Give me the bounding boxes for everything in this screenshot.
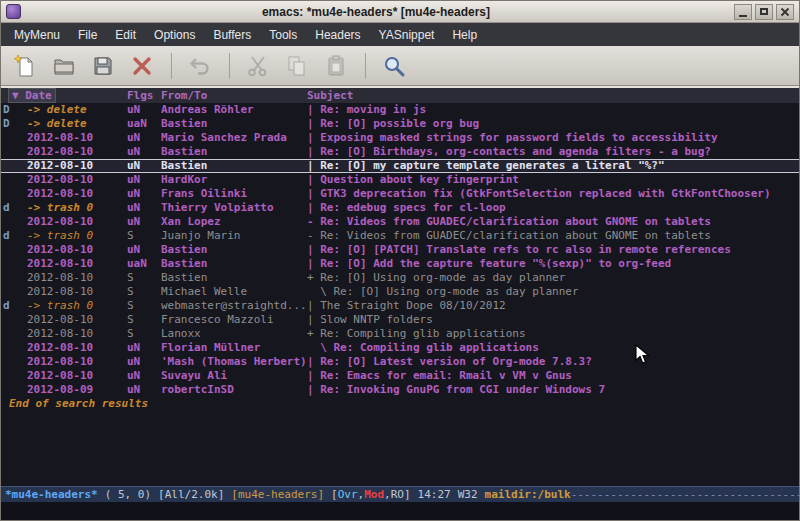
row-date: 2012-08-10 bbox=[27, 285, 127, 299]
modeline-buffer-name: *mu4e-headers* bbox=[5, 487, 98, 502]
row-subject: \ Re: [O] Using org-mode as day planner bbox=[307, 285, 799, 299]
row-mark bbox=[3, 131, 27, 145]
row-mark: d bbox=[3, 201, 27, 215]
message-row[interactable]: 2012-08-10 S Lanoxx + Re: Compiling glib… bbox=[1, 327, 799, 341]
menu-tools[interactable]: Tools bbox=[260, 25, 306, 45]
message-row[interactable]: D -> delete uN Andreas Röhler | Re: movi… bbox=[1, 103, 799, 117]
minimize-button[interactable] bbox=[734, 4, 752, 20]
modeline-status: [Ovr,Mod,RO] bbox=[331, 487, 411, 502]
message-row[interactable]: 2012-08-10 uN Florian Müllner \ Re: Comp… bbox=[1, 341, 799, 355]
search-button[interactable] bbox=[378, 50, 410, 82]
row-subject: | Re: Invoking GnuPG from CGI under Wind… bbox=[307, 383, 799, 397]
row-from: Andreas Röhler bbox=[161, 103, 307, 117]
message-row[interactable]: d -> trash 0 uN Thierry Volpiatto | Re: … bbox=[1, 201, 799, 215]
menu-file[interactable]: File bbox=[69, 25, 106, 45]
menu-buffers[interactable]: Buffers bbox=[204, 25, 260, 45]
scissors-icon bbox=[246, 54, 270, 78]
modeline-filler-dashes: ---------------------------------------- bbox=[571, 487, 799, 502]
message-row[interactable]: 2012-08-10 S Michael Welle \ Re: [O] Usi… bbox=[1, 285, 799, 299]
row-from: Bastien bbox=[161, 145, 307, 159]
emacs-window: emacs: *mu4e-headers* [mu4e-headers] MyM… bbox=[0, 0, 800, 521]
maximize-button[interactable] bbox=[755, 4, 773, 20]
menubar: MyMenu File Edit Options Buffers Tools H… bbox=[1, 23, 799, 46]
menu-edit[interactable]: Edit bbox=[106, 25, 145, 45]
row-subject: - Re: Videos from GUADEC/clarification a… bbox=[307, 229, 799, 243]
row-subject: | Re: [O] possible org bug bbox=[307, 117, 799, 131]
row-subject: | The Straight Dope 08/10/2012 bbox=[307, 299, 799, 313]
row-from: Michael Welle bbox=[161, 285, 307, 299]
message-row[interactable]: 2012-08-10 S Bastien + Re: [O] Using org… bbox=[1, 271, 799, 285]
row-from: 'Mash (Thomas Herbert) bbox=[161, 355, 307, 369]
row-date: 2012-08-09 bbox=[27, 383, 127, 397]
new-file-button[interactable] bbox=[9, 50, 41, 82]
row-mark: D bbox=[3, 103, 27, 117]
row-from: Bastien bbox=[161, 243, 307, 257]
row-mark bbox=[3, 341, 27, 355]
row-subject: | GTK3 deprecation fix (GtkFontSelection… bbox=[307, 187, 799, 201]
message-row[interactable]: 2012-08-10 uN Mario Sanchez Prada | Expo… bbox=[1, 131, 799, 145]
message-row[interactable]: 2012-08-10 uN Bastien | Re: [O] [PATCH] … bbox=[1, 243, 799, 257]
message-row[interactable]: 2012-08-10 uN Xan Lopez - Re: Videos fro… bbox=[1, 215, 799, 229]
modeline-modified-indicator: Mod bbox=[364, 488, 384, 501]
message-row[interactable]: 2012-08-10 uN Bastien | Re: [O] my captu… bbox=[1, 159, 799, 173]
message-row[interactable]: 2012-08-10 uN HardKor | Question about k… bbox=[1, 173, 799, 187]
row-date: 2012-08-10 bbox=[27, 369, 127, 383]
menu-headers[interactable]: Headers bbox=[306, 25, 369, 45]
row-subject: | Slow NNTP folders bbox=[307, 313, 799, 327]
save-buffer-button[interactable] bbox=[87, 50, 119, 82]
row-date: 2012-08-10 bbox=[27, 187, 127, 201]
row-flags: uaN bbox=[127, 257, 161, 271]
message-row[interactable]: 2012-08-10 uN Frans Oilinki | GTK3 depre… bbox=[1, 187, 799, 201]
row-from: Lanoxx bbox=[161, 327, 307, 341]
row-date: 2012-08-10 bbox=[27, 215, 127, 229]
menu-mymenu[interactable]: MyMenu bbox=[5, 25, 69, 45]
open-file-button[interactable] bbox=[48, 50, 80, 82]
menu-yasnippet[interactable]: YASnippet bbox=[370, 25, 444, 45]
modeline-readonly-indicator: ,RO] bbox=[384, 488, 411, 501]
column-date[interactable]: ▼ Date bbox=[3, 88, 127, 103]
message-row[interactable]: 2012-08-10 uaN Bastien | Re: [O] Add the… bbox=[1, 257, 799, 271]
row-subject: | Re: [O] [PATCH] Translate refs to rc a… bbox=[307, 243, 799, 257]
row-mark bbox=[3, 285, 27, 299]
message-row[interactable]: 2012-08-10 uN 'Mash (Thomas Herbert) | R… bbox=[1, 355, 799, 369]
row-from: HardKor bbox=[161, 173, 307, 187]
row-date: 2012-08-10 bbox=[27, 327, 127, 341]
message-row[interactable]: d -> trash 0 S Juanjo Marin - Re: Videos… bbox=[1, 229, 799, 243]
message-row[interactable]: 2012-08-10 S Francesco Mazzoli | Slow NN… bbox=[1, 313, 799, 327]
modeline-window-number: W32 bbox=[458, 487, 478, 502]
row-subject: | Re: [O] Birthdays, org-contacts and ag… bbox=[307, 145, 799, 159]
row-date: 2012-08-10 bbox=[27, 131, 127, 145]
row-subject: | Re: [O] my capture template generates … bbox=[307, 159, 799, 173]
copy-icon bbox=[285, 54, 309, 78]
row-flags: uN bbox=[127, 201, 161, 215]
copy-button[interactable] bbox=[281, 50, 313, 82]
menu-options[interactable]: Options bbox=[145, 25, 204, 45]
row-mark: D bbox=[3, 117, 27, 131]
menu-help[interactable]: Help bbox=[443, 25, 486, 45]
paste-button[interactable] bbox=[320, 50, 352, 82]
row-date: 2012-08-10 bbox=[27, 271, 127, 285]
close-button[interactable] bbox=[776, 4, 794, 20]
column-from[interactable]: From/To bbox=[161, 88, 307, 103]
message-row[interactable]: 2012-08-10 uN Suvayu Ali | Re: Emacs for… bbox=[1, 369, 799, 383]
message-row[interactable]: 2012-08-10 uN Bastien | Re: [O] Birthday… bbox=[1, 145, 799, 159]
row-from: Bastien bbox=[161, 257, 307, 271]
row-flags: uN bbox=[127, 159, 161, 173]
row-flags: uN bbox=[127, 187, 161, 201]
row-subject: \ Re: Compiling glib applications bbox=[307, 341, 799, 355]
row-date: -> delete bbox=[27, 117, 127, 131]
row-flags: S bbox=[127, 271, 161, 285]
row-date: -> trash 0 bbox=[27, 299, 127, 313]
column-flags[interactable]: Flgs bbox=[127, 88, 161, 103]
message-row[interactable]: d -> trash 0 S webmaster@straightd... | … bbox=[1, 299, 799, 313]
undo-icon bbox=[188, 54, 212, 78]
row-mark bbox=[3, 257, 27, 271]
message-row[interactable]: 2012-08-09 uN robertcInSD | Re: Invoking… bbox=[1, 383, 799, 397]
column-subject[interactable]: Subject bbox=[307, 88, 799, 103]
undo-button[interactable] bbox=[184, 50, 216, 82]
row-flags: uN bbox=[127, 103, 161, 117]
cut-button[interactable] bbox=[242, 50, 274, 82]
minibuffer[interactable] bbox=[1, 502, 799, 520]
message-row[interactable]: D -> delete uaN Bastien | Re: [O] possib… bbox=[1, 117, 799, 131]
kill-buffer-button[interactable] bbox=[126, 50, 158, 82]
